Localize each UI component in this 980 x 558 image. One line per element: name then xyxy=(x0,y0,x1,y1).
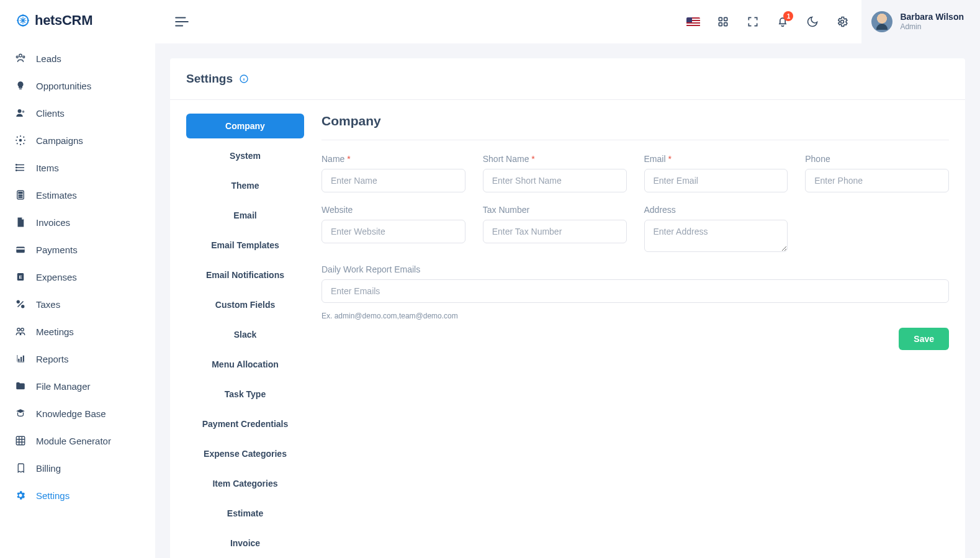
reports-icon xyxy=(15,353,26,364)
svg-rect-24 xyxy=(19,192,22,194)
clients-icon xyxy=(15,107,26,119)
svg-point-30 xyxy=(22,197,23,198)
campaigns-icon xyxy=(15,135,26,146)
tab-estimate[interactable]: Estimate xyxy=(186,501,304,526)
address-input[interactable] xyxy=(644,220,788,252)
expenses-icon: E xyxy=(15,271,26,282)
sidebar-item-label: Module Generator xyxy=(36,436,111,446)
sidebar-item-expenses[interactable]: E Expenses xyxy=(0,263,155,290)
sidebar-item-label: Billing xyxy=(36,463,61,474)
fullscreen-icon[interactable] xyxy=(746,15,760,29)
form-heading: Company xyxy=(321,114,949,140)
sidebar-item-file-manager[interactable]: File Manager xyxy=(0,372,155,400)
tab-system[interactable]: System xyxy=(186,143,304,168)
tab-expense-categories[interactable]: Expense Categories xyxy=(186,441,304,466)
opportunities-icon xyxy=(15,80,26,91)
tab-item-categories[interactable]: Item Categories xyxy=(186,471,304,496)
svg-point-38 xyxy=(21,328,24,331)
sidebar-item-label: Settings xyxy=(36,490,70,501)
tab-menu-allocation[interactable]: Menu Allocation xyxy=(186,352,304,377)
tab-slack[interactable]: Slack xyxy=(186,322,304,347)
svg-rect-32 xyxy=(16,248,25,250)
estimates-icon xyxy=(15,189,26,200)
svg-rect-41 xyxy=(23,356,24,362)
sidebar-item-taxes[interactable]: Taxes xyxy=(0,290,155,318)
tab-custom-fields[interactable]: Custom Fields xyxy=(186,292,304,317)
sidebar-item-clients[interactable]: Clients xyxy=(0,99,155,127)
sidebar-item-label: File Manager xyxy=(36,381,91,392)
meetings-icon xyxy=(15,326,26,337)
svg-point-28 xyxy=(19,197,20,198)
svg-point-1 xyxy=(22,14,24,16)
svg-rect-40 xyxy=(20,357,22,362)
invoices-icon xyxy=(15,217,26,228)
svg-point-36 xyxy=(22,305,24,308)
tax-number-input[interactable] xyxy=(483,220,627,243)
svg-rect-44 xyxy=(724,17,727,20)
sidebar-item-label: Payments xyxy=(36,245,78,255)
sidebar-item-meetings[interactable]: Meetings xyxy=(0,318,155,345)
email-label: Email * xyxy=(644,154,788,164)
notifications-bell[interactable]: 1 xyxy=(776,15,789,29)
settings-tabs: Company System Theme Email Email Templat… xyxy=(186,114,304,558)
svg-point-4 xyxy=(27,20,29,22)
sidebar-item-estimates[interactable]: Estimates xyxy=(0,181,155,209)
tab-task-type[interactable]: Task Type xyxy=(186,382,304,407)
save-button[interactable]: Save xyxy=(899,328,949,350)
website-input[interactable] xyxy=(321,220,465,243)
sidebar-item-leads[interactable]: Leads xyxy=(0,45,155,72)
apps-grid-icon[interactable] xyxy=(716,15,730,29)
sidebar-item-settings[interactable]: Settings xyxy=(0,482,155,509)
tab-email[interactable]: Email xyxy=(186,203,304,228)
tab-theme[interactable]: Theme xyxy=(186,173,304,198)
sidebar-nav: Leads Opportunities Clients Campaigns It… xyxy=(0,40,155,558)
notification-badge: 1 xyxy=(783,11,793,21)
short-name-label: Short Name * xyxy=(483,154,627,164)
sidebar-item-payments[interactable]: Payments xyxy=(0,236,155,263)
daily-emails-hint: Ex. admin@demo.com,team@demo.com xyxy=(321,312,949,320)
tab-company[interactable]: Company xyxy=(186,114,304,138)
items-icon xyxy=(15,162,26,173)
sidebar-item-invoices[interactable]: Invoices xyxy=(0,209,155,236)
leads-icon xyxy=(15,53,26,64)
hamburger-toggle[interactable] xyxy=(174,14,190,30)
tab-invoice[interactable]: Invoice xyxy=(186,531,304,556)
sidebar-item-billing[interactable]: Billing xyxy=(0,454,155,482)
taxes-icon xyxy=(15,299,26,310)
svg-rect-42 xyxy=(16,436,25,445)
logo-icon xyxy=(15,12,31,29)
svg-point-7 xyxy=(23,56,25,58)
logo-text: hetsCRM xyxy=(35,12,92,29)
sidebar-item-campaigns[interactable]: Campaigns xyxy=(0,127,155,154)
sidebar-item-module-generator[interactable]: Module Generator xyxy=(0,427,155,454)
svg-rect-45 xyxy=(719,23,722,26)
tab-email-notifications[interactable]: Email Notifications xyxy=(186,263,304,287)
svg-point-9 xyxy=(18,109,22,113)
knowledge-icon xyxy=(15,408,26,419)
dark-mode-toggle[interactable] xyxy=(806,15,819,29)
short-name-input[interactable] xyxy=(483,169,627,192)
sidebar-item-items[interactable]: Items xyxy=(0,154,155,181)
svg-point-6 xyxy=(16,56,18,58)
sidebar-item-opportunities[interactable]: Opportunities xyxy=(0,72,155,99)
settings-gear-icon[interactable] xyxy=(835,15,849,29)
payments-icon xyxy=(15,244,26,255)
info-icon[interactable] xyxy=(239,74,249,84)
language-flag[interactable] xyxy=(686,15,700,29)
page-title: Settings xyxy=(186,72,233,86)
daily-emails-input[interactable] xyxy=(321,279,949,303)
svg-point-25 xyxy=(19,195,20,196)
svg-point-11 xyxy=(19,139,22,142)
phone-input[interactable] xyxy=(805,169,949,192)
tab-email-templates[interactable]: Email Templates xyxy=(186,233,304,258)
svg-point-17 xyxy=(20,144,21,145)
svg-point-10 xyxy=(22,110,25,113)
tab-payment-credentials[interactable]: Payment Credentials xyxy=(186,412,304,436)
logo[interactable]: hetsCRM xyxy=(0,0,155,40)
sidebar-item-knowledge-base[interactable]: Knowledge Base xyxy=(0,400,155,427)
email-input[interactable] xyxy=(644,169,788,192)
svg-point-5 xyxy=(19,54,22,57)
name-input[interactable] xyxy=(321,169,465,192)
sidebar-item-reports[interactable]: Reports xyxy=(0,345,155,372)
user-menu[interactable]: Barbara Wilson Admin xyxy=(861,0,980,43)
